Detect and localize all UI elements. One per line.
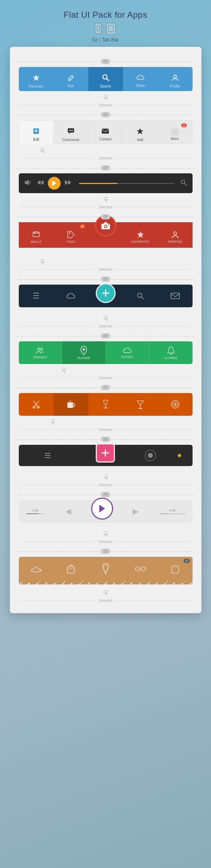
selected-row-3: Selected bbox=[19, 205, 193, 209]
svg-point-33 bbox=[174, 232, 177, 235]
tab-favorites[interactable]: Favorites bbox=[19, 67, 54, 91]
tab10-shoes[interactable] bbox=[19, 557, 54, 581]
tab2-comments-label: Comments bbox=[62, 138, 79, 142]
tab10-bag[interactable] bbox=[54, 557, 88, 581]
svg-point-64 bbox=[135, 567, 140, 571]
svg-point-65 bbox=[141, 567, 145, 571]
tab-profile[interactable]: Profile bbox=[158, 67, 193, 91]
tab5-add[interactable] bbox=[88, 285, 123, 307]
tab-edit[interactable]: Edit bbox=[54, 67, 88, 91]
tab2-more-label: More bbox=[171, 137, 179, 141]
svg-marker-60 bbox=[99, 505, 105, 513]
search-music-btn[interactable] bbox=[181, 179, 187, 187]
section-badge-01: 01 bbox=[101, 59, 110, 64]
volume-btn[interactable] bbox=[24, 179, 32, 187]
tab8-circle-icon[interactable] bbox=[145, 450, 156, 461]
section-06-divider: 06 bbox=[10, 333, 201, 338]
tab-share[interactable]: Share bbox=[123, 67, 158, 91]
tab4-tags[interactable]: 6 TAGS bbox=[54, 222, 88, 248]
music-progress bbox=[79, 183, 175, 184]
tab8-list[interactable] bbox=[19, 445, 77, 466]
tab2-contact-label: Contact bbox=[99, 137, 111, 141]
tab-bar-7 bbox=[19, 393, 193, 416]
tab-share-label: Share bbox=[135, 84, 145, 88]
tab-profile-label: Profile bbox=[170, 84, 180, 88]
svg-point-12 bbox=[69, 130, 70, 131]
svg-marker-16 bbox=[137, 128, 144, 134]
tab9-next[interactable]: ▶ bbox=[130, 507, 141, 516]
prev-btn[interactable] bbox=[37, 179, 44, 187]
svg-point-39 bbox=[38, 348, 40, 350]
selected-row-10: Selected bbox=[19, 599, 193, 603]
selected-label-9: Selected bbox=[96, 540, 115, 544]
profile-icon bbox=[171, 74, 179, 83]
section-01-divider: 01 bbox=[10, 59, 201, 64]
tab4-walls[interactable]: WALLS bbox=[19, 222, 54, 248]
tab6-places[interactable]: PLACES bbox=[62, 341, 106, 364]
tab2-add[interactable]: Add bbox=[123, 121, 158, 145]
tab9-prev[interactable]: ◀ bbox=[62, 507, 74, 516]
tab7-cut[interactable] bbox=[19, 393, 54, 416]
tab-bar-9: 2:38 ◀ ▶ 3:00 bbox=[19, 500, 193, 523]
svg-rect-61 bbox=[67, 567, 74, 573]
tab6-rooms[interactable]: ROOMS bbox=[106, 341, 149, 364]
section-badge-02: 02 bbox=[101, 112, 110, 117]
left-progress: 2:38 bbox=[24, 509, 46, 514]
main-card: 01 Favorites Edit Search Share bbox=[10, 47, 201, 613]
svg-marker-17 bbox=[25, 180, 29, 185]
selected-label-8: Selected bbox=[96, 483, 115, 487]
tab6-alarms[interactable]: ALARMS bbox=[149, 341, 193, 364]
search-icon bbox=[102, 74, 110, 83]
selected-row-2: Selected bbox=[19, 156, 193, 160]
tab2-contact[interactable]: Contact bbox=[88, 121, 123, 145]
selected-row-5: Selected bbox=[19, 324, 193, 328]
tab7-wine[interactable] bbox=[88, 393, 123, 416]
tab-search-label: Search bbox=[100, 84, 111, 88]
tab5-cloud[interactable] bbox=[54, 285, 88, 307]
svg-marker-22 bbox=[68, 180, 71, 185]
tab-bar-2: Edit Comments Contact Add 10 ··· More bbox=[19, 120, 193, 144]
svg-line-7 bbox=[106, 78, 109, 81]
tab7-cocktail[interactable] bbox=[123, 393, 158, 416]
tab5-search[interactable] bbox=[123, 285, 158, 307]
selected-row-1: Selected bbox=[19, 103, 193, 107]
svg-point-41 bbox=[83, 348, 85, 351]
svg-marker-32 bbox=[137, 231, 144, 238]
tab7-target[interactable] bbox=[158, 393, 193, 416]
tab4-favorites[interactable]: FAVORITES bbox=[123, 222, 158, 248]
tablet-icon bbox=[106, 23, 116, 35]
section-badge-08: 08 bbox=[101, 437, 110, 442]
tab-bar-8: ★ bbox=[19, 445, 193, 466]
svg-rect-15 bbox=[102, 129, 109, 134]
section-badge-04: 04 bbox=[101, 214, 110, 219]
tab8-star[interactable]: ★ bbox=[177, 452, 182, 459]
tab2-edit-label: Edit bbox=[33, 138, 39, 141]
tab-bar-1: Favorites Edit Search Share Profile bbox=[19, 67, 193, 91]
tab2-edit[interactable]: Edit bbox=[19, 121, 54, 145]
tab7-coffee[interactable] bbox=[54, 393, 88, 416]
right-progress: 3:00 bbox=[159, 509, 187, 514]
tab2-comments[interactable]: Comments bbox=[54, 121, 88, 145]
tab10-purse[interactable]: 10 bbox=[158, 557, 193, 581]
phone-icon bbox=[95, 23, 102, 34]
tab10-tie[interactable] bbox=[88, 557, 123, 581]
tab5-mail[interactable] bbox=[158, 285, 193, 307]
play-btn[interactable] bbox=[48, 177, 61, 190]
selected-label-2: Selected bbox=[96, 156, 115, 160]
svg-point-54 bbox=[174, 403, 176, 405]
tab4-profile[interactable]: PROFILE bbox=[158, 222, 193, 248]
contact-icon bbox=[101, 128, 109, 136]
tab8-add[interactable] bbox=[77, 445, 134, 466]
selected-row-9: Selected bbox=[19, 540, 193, 544]
tab-search[interactable]: Search bbox=[88, 67, 123, 91]
star-icon bbox=[32, 74, 40, 83]
tab9-play[interactable] bbox=[91, 498, 113, 520]
section-badge-09: 09 bbox=[101, 492, 110, 497]
svg-point-3 bbox=[111, 31, 111, 32]
tab5-menu[interactable]: ☰ bbox=[19, 285, 54, 307]
tab2-more[interactable]: 10 ··· More bbox=[158, 121, 192, 145]
tab-bar-6: FRIENDS PLACES ROOMS ALARMS bbox=[19, 341, 193, 364]
tab6-friends[interactable]: FRIENDS bbox=[19, 341, 62, 364]
tab10-glasses[interactable] bbox=[123, 557, 158, 581]
next-btn[interactable] bbox=[64, 179, 72, 187]
